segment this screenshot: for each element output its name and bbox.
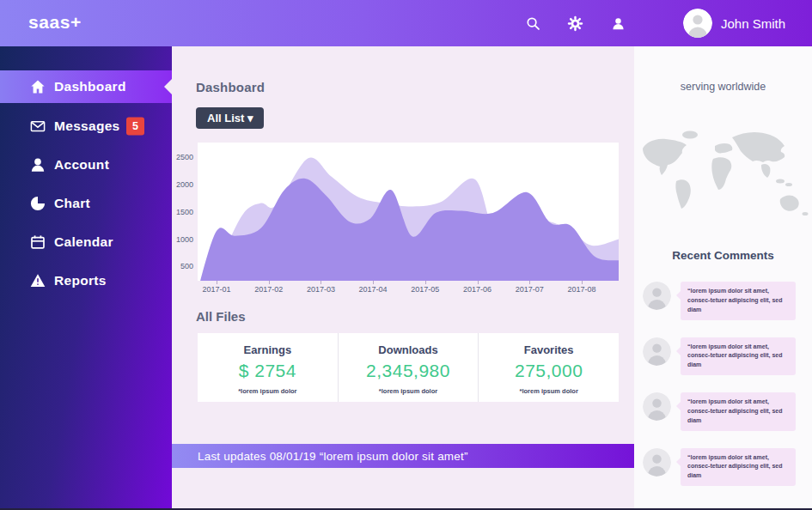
stats-card: Earnings $ 2754 *lorem ipsum dolor Downl… (198, 333, 619, 402)
x-axis-tick-label: 2017-06 (458, 285, 498, 294)
comment-item: “lorem ipsum dolor sit amet, consec-tetu… (643, 282, 812, 320)
user-avatar[interactable] (683, 9, 712, 38)
comment-bubble: “lorem ipsum dolor sit amet, consec-tetu… (681, 448, 796, 487)
all-list-dropdown[interactable]: All List ▾ (196, 107, 264, 129)
x-axis-tick-label: 2017-05 (406, 285, 445, 294)
stat-earnings: Earnings $ 2754 *lorem ipsum dolor (198, 333, 338, 402)
search-icon[interactable] (526, 16, 540, 31)
sidebar-item-reports[interactable]: Reports (0, 261, 172, 300)
y-axis-tick-label: 1500 (172, 207, 193, 217)
main-content: Dashboard All List ▾ All Files Earnings … (172, 46, 634, 510)
sidebar-item-account[interactable]: Account (0, 145, 172, 184)
traffic-area-chart (198, 143, 619, 281)
comments-section-title: Recent Comments (634, 249, 812, 262)
commenter-avatar (643, 282, 671, 310)
stat-label: Earnings (198, 343, 338, 356)
pie-chart-icon (29, 195, 46, 212)
page-title: Dashboard (196, 80, 265, 94)
home-icon (29, 78, 46, 95)
x-axis-tick (582, 281, 583, 284)
x-axis-tick-label: 2017-07 (510, 285, 549, 294)
sidebar-item-label: Calendar (54, 234, 113, 250)
stat-value: 275,000 (479, 361, 619, 381)
world-map (636, 127, 812, 223)
x-axis-tick-label: 2017-03 (301, 285, 340, 294)
x-axis-tick (373, 281, 374, 284)
x-axis-tick (478, 281, 479, 284)
commenter-avatar (643, 448, 671, 477)
commenter-avatar (643, 392, 671, 421)
sidebar-item-label: Dashboard (54, 79, 126, 94)
x-axis-tick-label: 2017-01 (197, 285, 236, 294)
stat-value: $ 2754 (198, 361, 338, 381)
stat-favorites: Favorites 275,000 *lorem ipsum dolor (478, 333, 619, 402)
right-panel: serving worldwide Recent Comments (634, 46, 812, 510)
x-axis-tick (425, 281, 426, 284)
commenter-avatar (643, 337, 671, 366)
sidebar-item-dashboard[interactable]: Dashboard (0, 70, 172, 103)
sidebar-item-label: Chart (54, 196, 90, 211)
stat-label: Favorites (479, 343, 619, 356)
top-bar: saas+ (0, 0, 812, 46)
comment-bubble: “lorem ipsum dolor sit amet, consec-tetu… (681, 392, 796, 431)
stat-label: Downloads (339, 343, 479, 356)
y-axis-tick-label: 500 (172, 261, 193, 271)
y-axis-tick-label: 2000 (172, 179, 193, 190)
y-axis-tick-label: 2500 (172, 152, 193, 162)
x-axis-tick-label: 2017-04 (353, 285, 393, 294)
user-name: John Smith (721, 16, 785, 31)
last-updates-banner: Last updates 08/01/19 “lorem ipsum dolor… (172, 444, 634, 468)
app-window: saas+ (0, 0, 812, 510)
stat-value: 2,345,980 (339, 361, 479, 381)
mail-icon (29, 118, 46, 135)
comment-item: “lorem ipsum dolor sit amet, consec-tetu… (643, 448, 812, 487)
calendar-icon (29, 234, 46, 251)
comment-bubble: “lorem ipsum dolor sit amet, consec-tetu… (681, 337, 796, 376)
sidebar-item-messages[interactable]: Messages 5 (0, 106, 172, 145)
sidebar-item-calendar[interactable]: Calendar (0, 222, 172, 261)
tagline: serving worldwide (634, 81, 812, 93)
x-axis-tick (269, 281, 270, 284)
x-axis-tick (321, 281, 321, 284)
app-logo: saas+ (28, 12, 82, 33)
comments-list: “lorem ipsum dolor sit amet, consec-tetu… (634, 282, 812, 503)
x-axis-tick-label: 2017-08 (562, 285, 601, 294)
sidebar-item-chart[interactable]: Chart (0, 184, 172, 222)
sidebar-nav: Dashboard Messages 5 Account Chart Cal (0, 46, 172, 510)
y-axis-tick-label: 1000 (172, 234, 193, 245)
sidebar-item-label: Account (54, 157, 109, 173)
x-axis-tick (529, 281, 530, 284)
user-icon (29, 156, 46, 173)
area-chart-canvas (198, 143, 619, 281)
stat-note: *lorem ipsum dolor (479, 387, 619, 395)
user-icon[interactable] (611, 16, 626, 31)
sidebar-item-label: Messages (54, 118, 120, 134)
stat-note: *lorem ipsum dolor (198, 387, 338, 395)
x-axis-tick (217, 281, 217, 284)
x-axis-tick-label: 2017-02 (249, 285, 289, 294)
settings-gear-icon[interactable] (567, 15, 583, 32)
files-section-title: All Files (196, 309, 246, 324)
stat-note: *lorem ipsum dolor (339, 387, 479, 395)
alert-icon (29, 272, 46, 289)
unread-count-badge: 5 (126, 117, 144, 135)
comment-item: “lorem ipsum dolor sit amet, consec-tetu… (643, 337, 812, 376)
sidebar-item-label: Reports (54, 273, 107, 288)
stat-downloads: Downloads 2,345,980 *lorem ipsum dolor (338, 333, 479, 402)
comment-item: “lorem ipsum dolor sit amet, consec-tetu… (643, 392, 812, 431)
comment-bubble: “lorem ipsum dolor sit amet, consec-tetu… (681, 282, 796, 320)
